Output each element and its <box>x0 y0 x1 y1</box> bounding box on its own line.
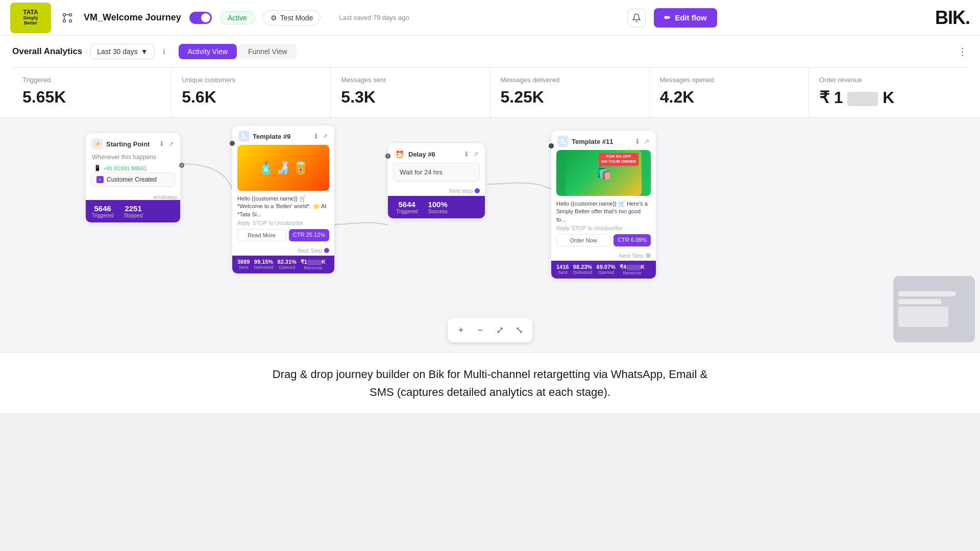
edit-icon: ✏ <box>664 13 671 22</box>
bik-logo: BIK. <box>935 7 970 29</box>
svg-point-3 <box>69 19 72 22</box>
delay6-wait-box: Wait for 24 hrs <box>393 163 480 182</box>
view-tabs: Activity View Funnel View <box>179 44 297 59</box>
starting-point-node: ⚡ Starting Point ⬇ ↗ Whenever this happe… <box>86 133 180 222</box>
template11-image: 🛍️ FOR 5% OFFON YOUR ORDER <box>556 150 651 196</box>
tata-logo: TATA Simply Better <box>10 3 51 33</box>
expand-button[interactable]: ⤡ <box>510 321 528 339</box>
whenever-text: Whenever this happens <box>91 154 175 164</box>
flow-nav-icon[interactable] <box>59 10 76 26</box>
share-icon[interactable]: ↗ <box>168 140 174 148</box>
metric-opened-label: Messages opened <box>660 76 798 84</box>
analytics-panel: Overall Analytics Last 30 days ▼ ℹ Activ… <box>0 36 980 118</box>
metric-unique-customers: Unique customers 5.6K <box>172 68 331 117</box>
notification-button[interactable] <box>627 9 646 27</box>
metric-delivered-label: Messages delivered <box>501 76 639 84</box>
template9-icon: 📄 <box>238 131 250 142</box>
starting-node-actions[interactable]: ⬇ ↗ <box>159 140 174 148</box>
test-mode-icon: ⚙ <box>271 14 277 22</box>
delay6-input-dot <box>385 154 390 159</box>
preview-popup <box>893 276 975 342</box>
template11-output-dot <box>646 253 651 258</box>
template11-sent: 1416 Sent <box>556 264 569 276</box>
template11-actions[interactable]: ⬇ ↗ <box>634 137 650 145</box>
whatsapp-icon: 📱 <box>94 165 101 171</box>
template11-title-row: 📄 Template #11 <box>557 136 613 147</box>
template9-title-row: 📄 Template #9 <box>238 131 290 142</box>
metric-triggered-value: 5.65K <box>22 88 161 107</box>
more-options-icon[interactable]: ⋮ <box>958 45 968 58</box>
bottom-description-text: Drag & drop journey builder on Bik for M… <box>273 368 707 398</box>
template9-delivered: 99.15% Delivered <box>254 259 273 270</box>
template9-revenue: ₹1K Revenue <box>301 259 326 270</box>
template9-sent: 3889 Sent <box>237 259 250 270</box>
customer-created-row: ✓ Customer Created <box>91 172 175 187</box>
chevron-down-icon: ▼ <box>141 47 148 56</box>
metric-triggered: Triggered 5.65K <box>12 68 172 117</box>
info-icon[interactable]: ℹ <box>163 47 165 56</box>
delay6-header: ⏰ Delay #6 ⬇ ↗ <box>388 143 485 163</box>
template11-order-btn[interactable]: Order Now <box>556 234 610 246</box>
template9-next-step: Next Step <box>232 245 334 256</box>
tab-activity-view[interactable]: Activity View <box>179 44 237 59</box>
analytics-title: Overall Analytics <box>12 46 82 57</box>
metric-sent-value: 5.3K <box>341 88 479 107</box>
template9-image: 🧴🍶🥫 <box>237 145 329 191</box>
svg-point-0 <box>63 13 66 16</box>
metric-triggered-label: Triggered <box>22 76 161 84</box>
preview-lines <box>898 291 970 327</box>
active-toggle[interactable] <box>189 12 212 24</box>
edge-dot-start <box>179 163 184 168</box>
template11-ctr-btn[interactable]: CTR 6.09% <box>614 234 651 246</box>
template11-name: Template #11 <box>572 138 613 145</box>
test-mode-button[interactable]: ⚙ Test Mode <box>263 10 321 26</box>
template9-output-dot <box>324 248 329 253</box>
fit-view-button[interactable]: ⤢ <box>491 321 509 339</box>
starting-node-header: ⚡ Starting Point ⬇ ↗ <box>86 133 180 154</box>
template11-opened: 69.07% Opened <box>597 264 616 276</box>
template9-buttons: Read More CTR 25.12% <box>232 229 334 245</box>
share-icon[interactable]: ↗ <box>322 132 328 140</box>
download-icon[interactable]: ⬇ <box>634 137 641 145</box>
journey-name: VM_Welcome Journey <box>84 12 181 23</box>
check-icon: ✓ <box>96 176 104 183</box>
starting-node-body: Whenever this happens 📱 +91 81691 88041 … <box>86 154 180 192</box>
preview-inner <box>893 276 975 332</box>
channel-label: whatsapp <box>86 192 180 200</box>
metric-messages-delivered: Messages delivered 5.25K <box>491 68 650 117</box>
template9-name: Template #9 <box>253 133 290 140</box>
delay6-output-dot <box>475 188 480 193</box>
bottom-description: Drag & drop journey builder on Bik for M… <box>0 353 980 413</box>
starting-node-title: ⚡ Starting Point <box>92 138 150 149</box>
download-icon[interactable]: ⬇ <box>463 150 470 158</box>
tab-funnel-view[interactable]: Funnel View <box>239 44 297 59</box>
template9-read-more-btn[interactable]: Read More <box>237 229 286 241</box>
template9-actions[interactable]: ⬇ ↗ <box>313 132 328 140</box>
template9-ctr-btn[interactable]: CTR 25.12% <box>289 229 329 241</box>
template11-revenue: ₹4K Revenue <box>620 264 645 276</box>
flow-canvas[interactable]: ⚡ Starting Point ⬇ ↗ Whenever this happe… <box>0 118 980 353</box>
zoom-out-button[interactable]: − <box>471 321 489 339</box>
metric-sent-label: Messages sent <box>341 76 479 84</box>
template9-text: Hello {{customer.name}} 🛒 *Welcome to a … <box>232 191 334 220</box>
template9-input-dot <box>230 141 235 146</box>
zoom-in-button[interactable]: + <box>452 321 470 339</box>
preview-line-2 <box>898 299 941 304</box>
template11-buttons: Order Now CTR 6.09% <box>551 234 656 251</box>
template9-header: 📄 Template #9 ⬇ ↗ <box>232 126 334 145</box>
starting-point-icon: ⚡ <box>92 138 103 149</box>
share-icon[interactable]: ↗ <box>644 137 650 145</box>
metric-revenue-label: Order revenue <box>819 76 958 84</box>
date-filter[interactable]: Last 30 days ▼ <box>90 44 154 59</box>
template11-delivered: 98.23% Delivered <box>573 264 592 276</box>
template11-stats: 1416 Sent 98.23% Delivered 69.07% Opened… <box>551 261 656 279</box>
edit-flow-button[interactable]: ✏ Edit flow <box>654 8 717 28</box>
download-icon[interactable]: ⬇ <box>159 140 165 148</box>
svg-point-2 <box>63 19 66 22</box>
share-icon[interactable]: ↗ <box>473 150 479 158</box>
template11-icon: 📄 <box>557 136 569 147</box>
metric-delivered-value: 5.25K <box>501 88 639 107</box>
download-icon[interactable]: ⬇ <box>313 132 319 140</box>
delay6-actions[interactable]: ⬇ ↗ <box>463 150 479 158</box>
metric-unique-label: Unique customers <box>182 76 320 84</box>
